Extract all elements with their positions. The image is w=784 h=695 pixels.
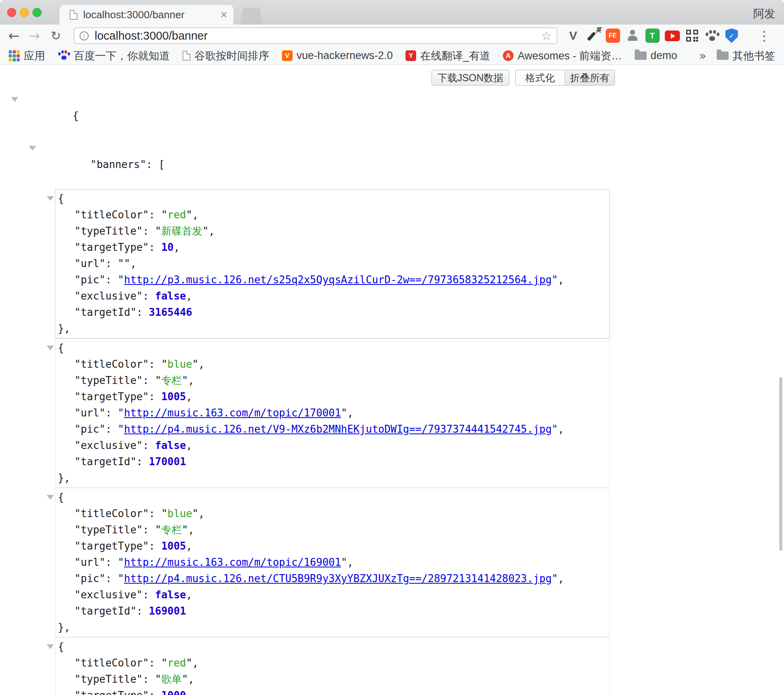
json-array-items: {"titleColor": "red","typeTitle": "新碟首发"… [0,189,784,695]
tab-favicon-page-icon [70,10,78,20]
json-punctuation: " [182,524,188,536]
scrollbar-thumb[interactable] [779,377,782,551]
collapse-toggle-icon[interactable] [11,97,18,102]
bookmark-vue-hackernews[interactable]: V vue-hackernews-2.0 [282,50,393,62]
json-number-value: 170001 [149,456,186,468]
json-key: "url" [74,258,105,269]
json-brace-row: { [55,639,609,655]
json-string-value: blue [167,358,192,370]
json-property-row: "targetType": 1005, [55,538,609,554]
close-window-button[interactable] [7,8,16,17]
translate-pen-extension-icon[interactable]: 英 [585,27,601,45]
tampermonkey-extension-icon[interactable]: T [645,27,660,45]
json-punctuation: : [149,540,161,552]
collapse-toggle-icon[interactable] [29,146,36,151]
shield-check-extension-icon[interactable]: ✓ [724,27,739,45]
json-punctuation: " [182,673,188,685]
tab-close-icon[interactable]: × [220,9,227,21]
folder-icon [635,52,647,60]
browser-menu-icon[interactable]: ⋮ [755,25,774,47]
json-punctuation: : [105,556,118,568]
json-property-row: "exclusive": false, [55,437,609,454]
apps-grid-icon [9,50,20,61]
json-punctuation: : [143,374,155,386]
collapse-toggle-icon[interactable] [47,644,54,649]
profile-name[interactable]: 阿发 [753,6,775,21]
json-link-value[interactable]: http://p3.music.126.net/s25q2x5QyqsAzilC… [124,274,552,286]
paw-extension-icon[interactable] [704,27,719,45]
bookmark-google-sort[interactable]: 谷歌按时间排序 [183,49,269,63]
address-bar[interactable]: i localhost:3000/banner ☆ [74,27,558,44]
bookmark-apps[interactable]: 应用 [9,49,45,63]
url-text: localhost:3000/banner [95,29,207,42]
bookmark-baidu[interactable]: 百度一下，你就知道 [58,49,170,63]
browser-tab[interactable]: localhost:3000/banner × [59,5,234,25]
json-array-item: {"titleColor": "blue","typeTitle": "专栏",… [55,338,610,488]
contacts-person-extension-icon[interactable] [625,27,640,45]
json-boolean-value: false [155,589,186,601]
tab-strip: localhost:3000/banner × 阿发 [0,0,784,25]
json-link-value[interactable]: http://music.163.com/m/topic/169001 [124,556,341,568]
json-property-row: "pic": "http://p4.music.126.net/V9-MXz6b… [55,421,609,437]
other-bookmarks-label: 其他书签 [733,49,775,63]
json-punctuation: , [198,358,205,370]
json-property-row: "targetType": 10, [55,239,609,256]
json-link-value[interactable]: http://p4.music.126.net/V9-MXz6b2MNhEKju… [124,423,552,435]
json-string-value: red [167,657,186,669]
json-boolean-value: false [155,439,186,451]
json-number-value: 10 [161,241,173,253]
json-punctuation: " [161,358,167,370]
collapse-all-button[interactable]: 折叠所有 [565,70,615,86]
page-info-icon[interactable]: i [80,31,89,40]
json-string-value: blue [167,508,192,519]
qr-code-extension-icon[interactable] [684,27,700,45]
back-button[interactable]: ← [5,25,23,47]
json-brace-row: }, [55,619,609,636]
json-property-row: "targetId": 170001 [55,454,609,470]
download-json-button[interactable]: 下载JSON数据 [432,70,509,86]
minimize-window-button[interactable] [20,8,29,17]
bookmark-star-icon[interactable]: ☆ [541,29,552,43]
json-link-value[interactable]: http://p4.music.126.net/CTU5B9R9y3XyYBZX… [124,573,552,584]
forward-button[interactable]: → [25,25,44,47]
bookmark-label: 应用 [24,49,45,63]
json-punctuation: }, [58,472,70,484]
json-punctuation: , [186,391,192,403]
json-property-row: "titleColor": "blue", [55,356,609,372]
collapse-toggle-icon[interactable] [47,495,54,500]
bookmarks-overflow-chevron[interactable]: » [699,49,706,63]
json-punctuation: , [186,689,192,695]
json-string-value: red [167,209,186,221]
json-property-row: "url": "http://music.163.com/m/topic/169… [55,554,609,571]
collapse-toggle-icon[interactable] [47,346,54,350]
format-button[interactable]: 格式化 [515,70,565,86]
json-link-value[interactable]: http://music.163.com/m/topic/170001 [124,407,341,419]
json-punctuation: " [155,673,162,685]
tab-title: localhost:3000/banner [83,9,185,21]
json-punctuation: " [118,274,124,286]
other-bookmarks[interactable]: 其他书签 [717,49,775,63]
zoom-window-button[interactable] [32,8,42,17]
bookmark-awesomes[interactable]: A Awesomes - 前端资… [503,49,622,63]
json-string-value: 专栏 [161,524,182,536]
fehelper-extension-icon[interactable]: FE [605,27,620,45]
new-tab-button[interactable] [240,8,263,25]
json-punctuation: : [143,673,155,685]
json-string-value: 专栏 [161,374,182,386]
json-key: "exclusive" [74,439,143,451]
json-property-row: "pic": "http://p4.music.126.net/CTU5B9R9… [55,571,609,587]
json-property-row: "titleColor": "red", [55,207,609,223]
reload-button[interactable]: ↻ [47,25,65,47]
json-punctuation: : [137,605,149,617]
vimium-extension-icon[interactable]: V [565,27,581,45]
json-property-row: "targetType": 1000, [55,687,609,695]
bookmark-demo-folder[interactable]: demo [635,50,677,62]
bookmark-youdao-translate[interactable]: Y 在线翻译_有道 [405,49,490,63]
json-punctuation: " [118,573,124,584]
json-punctuation: : [149,391,161,403]
collapse-toggle-icon[interactable] [47,196,54,201]
youtube-extension-icon[interactable] [664,27,680,45]
json-punctuation: , [130,258,137,269]
json-property-row: "titleColor": "blue", [55,506,609,522]
json-punctuation: " [124,258,130,269]
